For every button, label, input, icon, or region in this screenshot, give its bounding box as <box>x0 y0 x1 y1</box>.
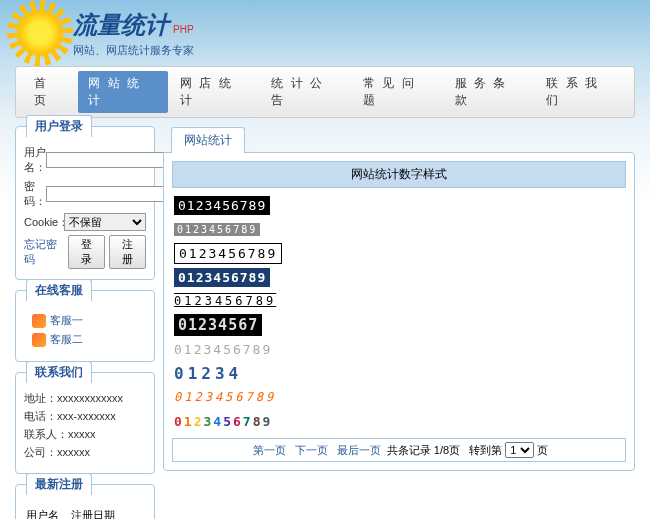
contact-person: 联系人：xxxxx <box>24 427 146 442</box>
service-item-2[interactable]: 客服二 <box>32 332 146 347</box>
digit-style-4[interactable]: 0123456789 <box>174 268 270 287</box>
nav-contact[interactable]: 联 系 我 们 <box>536 71 626 113</box>
logo-subtitle: 网站、网店统计服务专家 <box>73 43 194 58</box>
nav-terms[interactable]: 服 务 条 款 <box>445 71 535 113</box>
service-item-1[interactable]: 客服一 <box>32 313 146 328</box>
login-panel: 用户登录 用户名： 密 码： Cookie：不保留 忘记密码 登 录 注 册 <box>15 126 155 280</box>
digit-style-3[interactable]: 0123456789 <box>174 243 282 264</box>
sun-icon <box>15 8 65 58</box>
contact-address: 地址：xxxxxxxxxxxx <box>24 391 146 406</box>
recent-title: 最新注册 <box>26 473 92 495</box>
col-date: 注册日期 <box>71 505 144 519</box>
contact-company: 公司：xxxxxx <box>24 445 146 460</box>
cookie-select[interactable]: 不保留 <box>64 213 146 231</box>
logo-suffix: PHP <box>173 24 194 35</box>
contact-phone: 电话：xxx-xxxxxxx <box>24 409 146 424</box>
sub-header: 网站统计数字样式 <box>172 161 626 188</box>
service-title: 在线客服 <box>26 279 92 301</box>
page-info: 共条记录 1/8页 <box>387 444 460 456</box>
register-button[interactable]: 注 册 <box>109 235 146 269</box>
main-nav: 首 页 网 站 统 计 网 店 统 计 统 计 公 告 常 见 问 题 服 务 … <box>15 66 635 118</box>
recent-table: 用户名注册日期 mytest2006-06-09 <box>24 503 146 519</box>
login-button[interactable]: 登 录 <box>68 235 105 269</box>
digit-style-2[interactable]: 0123456789 <box>174 223 260 236</box>
page-last[interactable]: 最后一页 <box>337 444 381 456</box>
page-select[interactable]: 1 <box>505 442 534 458</box>
digit-style-1[interactable]: 0123456789 <box>174 196 270 215</box>
page-first[interactable]: 第一页 <box>253 444 286 456</box>
forgot-link[interactable]: 忘记密码 <box>24 237 64 267</box>
nav-shop-stats[interactable]: 网 店 统 计 <box>170 71 260 113</box>
nav-faq[interactable]: 常 见 问 题 <box>353 71 443 113</box>
contact-title: 联系我们 <box>26 361 92 383</box>
digit-style-10[interactable]: 0123456789 <box>174 414 272 429</box>
qq-icon <box>32 333 46 347</box>
service-panel: 在线客服 客服一 客服二 <box>15 290 155 362</box>
login-title: 用户登录 <box>26 115 92 137</box>
recent-panel: 最新注册 用户名注册日期 mytest2006-06-09 <box>15 484 155 519</box>
tab-site-stats[interactable]: 网站统计 <box>171 127 245 153</box>
nav-home[interactable]: 首 页 <box>24 71 76 113</box>
digit-style-5[interactable]: 0123456789 <box>174 294 276 308</box>
cookie-label: Cookie： <box>24 215 64 230</box>
digit-style-6[interactable]: 01234567 <box>174 314 262 336</box>
pagination: 第一页 下一页 最后一页 共条记录 1/8页 转到第 1 页 <box>172 438 626 462</box>
nav-announcements[interactable]: 统 计 公 告 <box>261 71 351 113</box>
contact-panel: 联系我们 地址：xxxxxxxxxxxx 电话：xxx-xxxxxxx 联系人：… <box>15 372 155 474</box>
digit-style-7[interactable]: 0123456789 <box>174 342 272 357</box>
main-panel: 网站统计数字样式 0123456789 0123456789 012345678… <box>163 152 635 471</box>
digit-style-8[interactable]: 01234 <box>174 364 242 383</box>
username-label: 用户名： <box>24 145 46 175</box>
qq-icon <box>32 314 46 328</box>
header: 流量统计PHP 网站、网店统计服务专家 <box>0 0 650 66</box>
page-next[interactable]: 下一页 <box>295 444 328 456</box>
col-username: 用户名 <box>26 505 69 519</box>
digit-style-9[interactable]: 0123456789 <box>174 390 276 404</box>
logo-title: 流量统计 <box>73 11 169 38</box>
password-label: 密 码： <box>24 179 46 209</box>
nav-site-stats[interactable]: 网 站 统 计 <box>78 71 168 113</box>
